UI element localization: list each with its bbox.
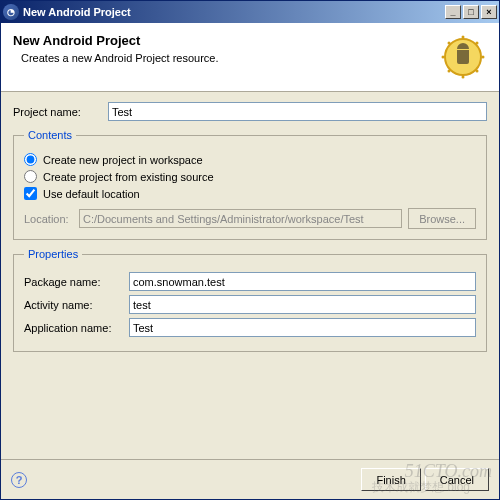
location-label: Location: — [24, 213, 79, 225]
android-badge-icon — [439, 33, 487, 81]
finish-button[interactable]: Finish — [361, 468, 420, 491]
close-button[interactable]: × — [481, 5, 497, 19]
header-text: New Android Project Creates a new Androi… — [13, 33, 439, 81]
checkbox-use-default[interactable] — [24, 187, 37, 200]
svg-point-3 — [482, 56, 485, 59]
package-name-row: Package name: — [24, 272, 476, 291]
radio-new-project[interactable] — [24, 153, 37, 166]
location-row: Location: Browse... — [24, 208, 476, 229]
dialog-window: ◔ New Android Project _ □ × New Android … — [0, 0, 500, 500]
application-name-input[interactable] — [129, 318, 476, 337]
project-name-input[interactable] — [108, 102, 487, 121]
help-icon[interactable]: ? — [11, 472, 27, 488]
package-name-label: Package name: — [24, 276, 129, 288]
application-name-row: Application name: — [24, 318, 476, 337]
svg-point-2 — [476, 42, 479, 45]
project-name-label: Project name: — [13, 106, 108, 118]
minimize-button[interactable]: _ — [445, 5, 461, 19]
page-subtitle: Creates a new Android Project resource. — [21, 52, 439, 64]
properties-legend: Properties — [24, 248, 82, 260]
eclipse-icon: ◔ — [3, 4, 19, 20]
checkbox-use-default-label: Use default location — [43, 188, 140, 200]
wizard-content: Project name: Contents Create new projec… — [1, 92, 499, 459]
option-existing-source[interactable]: Create project from existing source — [24, 170, 476, 183]
titlebar: ◔ New Android Project _ □ × — [1, 1, 499, 23]
window-title: New Android Project — [23, 6, 445, 18]
activity-name-label: Activity name: — [24, 299, 129, 311]
svg-point-8 — [448, 42, 451, 45]
cancel-button[interactable]: Cancel — [425, 468, 489, 491]
window-controls: _ □ × — [445, 5, 497, 19]
radio-existing-source-label: Create project from existing source — [43, 171, 214, 183]
package-name-input[interactable] — [129, 272, 476, 291]
browse-button: Browse... — [408, 208, 476, 229]
svg-point-6 — [448, 70, 451, 73]
svg-point-7 — [442, 56, 445, 59]
maximize-button[interactable]: □ — [463, 5, 479, 19]
properties-group: Properties Package name: Activity name: … — [13, 248, 487, 352]
application-name-label: Application name: — [24, 322, 129, 334]
radio-existing-source[interactable] — [24, 170, 37, 183]
svg-point-5 — [462, 76, 465, 79]
option-use-default[interactable]: Use default location — [24, 187, 476, 200]
svg-point-4 — [476, 70, 479, 73]
activity-name-input[interactable] — [129, 295, 476, 314]
wizard-header: New Android Project Creates a new Androi… — [1, 23, 499, 92]
project-name-row: Project name: — [13, 102, 487, 121]
wizard-footer: ? Finish Cancel — [1, 459, 499, 499]
contents-group: Contents Create new project in workspace… — [13, 129, 487, 240]
svg-point-1 — [462, 36, 465, 39]
option-new-project[interactable]: Create new project in workspace — [24, 153, 476, 166]
radio-new-project-label: Create new project in workspace — [43, 154, 203, 166]
contents-legend: Contents — [24, 129, 76, 141]
page-title: New Android Project — [13, 33, 439, 48]
location-input — [79, 209, 402, 228]
activity-name-row: Activity name: — [24, 295, 476, 314]
